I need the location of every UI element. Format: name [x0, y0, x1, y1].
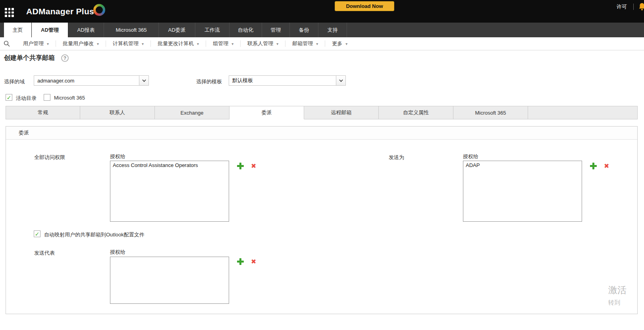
microsoft365-label: Microsoft 365	[54, 95, 85, 101]
menu-item-contact-management[interactable]: 联系人管理 ▾	[241, 40, 285, 47]
menu-item-label: 计算机管理	[113, 40, 139, 47]
active-directory-label: 活动目录	[16, 95, 37, 102]
menu-item-label: 邮箱管理	[292, 40, 313, 47]
chevron-down-icon: ▾	[345, 42, 347, 46]
template-select-button[interactable]	[336, 75, 346, 86]
menu-item-label: 批量用户修改	[63, 40, 94, 47]
menu-item-more[interactable]: 更多 ▾	[325, 40, 354, 47]
chevron-down-icon: ▾	[47, 42, 49, 46]
nav-tab-admin[interactable]: 管理	[262, 23, 290, 37]
nav-tab-ad-delegation[interactable]: AD委派	[159, 23, 195, 37]
nav-tab-backup[interactable]: 备份	[290, 23, 318, 37]
chevron-down-icon	[142, 79, 146, 82]
check-icon: ✓	[7, 95, 12, 100]
app-launcher-icon[interactable]	[5, 8, 14, 17]
active-directory-checkbox[interactable]: ✓	[6, 94, 12, 101]
menu-item-label: 更多	[332, 40, 342, 47]
send-on-behalf-add-icon[interactable]	[237, 258, 244, 265]
template-select[interactable]: 默认模板	[229, 75, 346, 86]
detail-tabs-filler	[528, 106, 638, 119]
full-access-listbox[interactable]: Access Control Assistance Operators	[110, 161, 229, 222]
template-select-value: 默认模板	[229, 75, 336, 86]
top-header: ADManager Plus Download Now 许可	[0, 0, 644, 23]
send-on-behalf-grant-label: 授权给	[110, 249, 125, 256]
send-as-label: 发送为	[389, 154, 404, 161]
send-as-remove-icon[interactable]: ✖	[604, 163, 609, 169]
nav-tab-workflow[interactable]: 工作流	[195, 23, 229, 37]
logo-text: ADManager Plus	[26, 7, 94, 16]
domain-select-button[interactable]	[139, 75, 149, 86]
chevron-down-icon: ▾	[197, 42, 199, 46]
menu-item-label: 批量更改计算机	[158, 40, 194, 47]
full-access-label: 全部访问权限	[34, 154, 65, 161]
menu-item-group-management[interactable]: 组管理 ▾	[206, 40, 241, 47]
watermark-line2: 转到	[608, 299, 627, 307]
list-item[interactable]: Access Control Assistance Operators	[110, 161, 229, 169]
microsoft365-checkbox[interactable]	[44, 94, 50, 101]
tab-microsoft-365[interactable]: Microsoft 365	[453, 106, 528, 119]
chevron-down-icon: ▾	[142, 42, 144, 46]
automap-label: 自动映射用户的共享邮箱到Outlook配置文件	[44, 231, 145, 238]
domain-select-value: admanager.com	[34, 75, 139, 86]
notification-bell-icon[interactable]	[638, 2, 644, 11]
template-label: 选择的模板	[196, 78, 222, 85]
menu-bar: 用户管理 ▾ 批量用户修改 ▾ 计算机管理 ▾ 批量更改计算机 ▾ 组管理 ▾ …	[0, 37, 644, 50]
list-item[interactable]: ADAP	[463, 161, 582, 169]
tab-contact[interactable]: 联系人	[80, 106, 155, 119]
tab-remote-mailbox[interactable]: 远程邮箱	[304, 106, 379, 119]
send-on-behalf-remove-icon[interactable]: ✖	[251, 259, 256, 265]
license-link[interactable]: 许可	[617, 3, 627, 10]
menu-item-bulk-user-modification[interactable]: 批量用户修改 ▾	[56, 40, 106, 47]
domain-label: 选择的域	[4, 78, 25, 85]
nav-tab-home[interactable]: 主页	[4, 23, 32, 37]
download-now-button[interactable]: Download Now	[335, 1, 394, 11]
nav-tab-support[interactable]: 支持	[318, 23, 347, 37]
watermark-line1: 激活	[608, 284, 627, 296]
send-on-behalf-listbox[interactable]	[110, 257, 229, 304]
topbar-right: 许可	[617, 2, 644, 12]
admanager-plus-app: ADManager Plus Download Now 许可 主页 AD管理 A…	[0, 0, 644, 330]
tab-custom-attributes[interactable]: 自定义属性	[379, 106, 453, 119]
full-access-add-icon[interactable]	[237, 163, 244, 169]
menu-item-label: 联系人管理	[247, 40, 273, 47]
menu-item-bulk-computer-changes[interactable]: 批量更改计算机 ▾	[151, 40, 206, 47]
delegation-panel: 委派 全部访问权限 授权给 Access Control Assistance …	[6, 126, 638, 314]
page-title: 创建单个共享邮箱	[4, 54, 55, 62]
chevron-down-icon: ▾	[276, 42, 278, 46]
menu-item-label: 用户管理	[23, 40, 44, 47]
tab-general[interactable]: 常规	[6, 106, 80, 119]
detail-tabs: 常规 联系人 Exchange 委派 远程邮箱 自定义属性 Microsoft …	[6, 106, 638, 119]
logo: ADManager Plus	[26, 6, 105, 17]
menu-item-user-management[interactable]: 用户管理 ▾	[16, 40, 56, 47]
panel-body: 全部访问权限 授权给 Access Control Assistance Ope…	[6, 140, 637, 314]
search-icon[interactable]	[4, 40, 10, 47]
menu-item-mailbox-management[interactable]: 邮箱管理 ▾	[285, 40, 325, 47]
help-icon[interactable]: ?	[61, 54, 69, 62]
full-access-grant-label: 授权给	[110, 153, 125, 160]
nav-tab-microsoft-365[interactable]: Microsoft 365	[104, 23, 159, 37]
chevron-down-icon: ▾	[231, 42, 233, 46]
send-as-add-icon[interactable]	[590, 163, 597, 169]
chevron-down-icon: ▾	[97, 42, 99, 46]
send-as-grant-label: 授权给	[463, 153, 478, 160]
tab-delegation[interactable]: 委派	[229, 106, 304, 119]
menu-item-label: 组管理	[213, 40, 228, 47]
automap-checkbox[interactable]: ✓	[34, 230, 40, 237]
full-access-remove-icon[interactable]: ✖	[251, 163, 256, 169]
chevron-down-icon: ▾	[316, 42, 318, 46]
chevron-down-icon	[339, 79, 343, 82]
check-icon: ✓	[35, 231, 40, 237]
activation-watermark: 激活 转到	[608, 284, 627, 307]
panel-section-title: 委派	[6, 127, 637, 140]
menu-item-computer-management[interactable]: 计算机管理 ▾	[106, 40, 151, 47]
nav-tab-ad-reports[interactable]: AD报表	[68, 23, 104, 37]
page-title-row: 创建单个共享邮箱 ?	[4, 54, 69, 62]
domain-select[interactable]: admanager.com	[34, 75, 149, 86]
topbar-divider	[633, 4, 634, 10]
nav-tab-ad-management[interactable]: AD管理	[32, 23, 68, 37]
main-nav: 主页 AD管理 AD报表 Microsoft 365 AD委派 工作流 自动化 …	[0, 23, 644, 37]
send-on-behalf-label: 发送代表	[34, 249, 55, 257]
send-as-listbox[interactable]: ADAP	[463, 161, 582, 222]
nav-tab-automation[interactable]: 自动化	[229, 23, 262, 37]
tab-exchange[interactable]: Exchange	[155, 106, 229, 119]
